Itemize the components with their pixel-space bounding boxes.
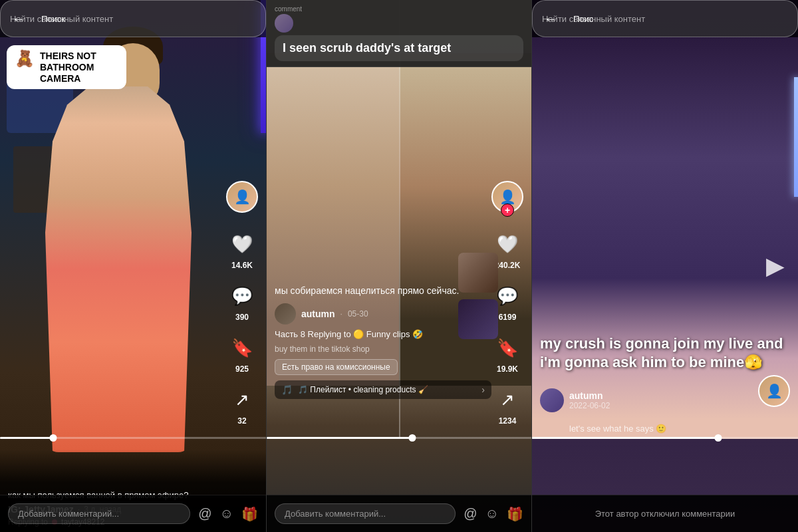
heart-icon-2[interactable]: 🤍 — [493, 230, 521, 258]
mention-btn-1[interactable]: @ — [198, 506, 211, 521]
p2-time: 05-30 — [348, 309, 368, 319]
heart-icon-1[interactable]: 🤍 — [228, 230, 256, 258]
comment-avatar — [275, 14, 293, 33]
led-strip-3 — [794, 77, 798, 197]
comment-label: comment — [275, 5, 523, 13]
comment-bar-2: @ ☺ 🎁 — [267, 495, 531, 532]
p2-avatar — [275, 303, 296, 325]
share-count-2: 1234 — [499, 416, 517, 426]
p2-playlist[interactable]: 🎵 🎵 Плейлист • cleaning products 🧹 › — [275, 380, 491, 399]
progress-dot-1 — [50, 434, 57, 442]
comment-bar-1: @ ☺ 🎁 — [0, 495, 266, 532]
gift-btn-1[interactable]: 🎁 — [241, 506, 258, 522]
reply-icon: 🧸 — [15, 51, 35, 66]
person-1-body — [45, 86, 192, 452]
playlist-arrow: › — [481, 384, 485, 395]
panel-3: ▶ ← Поис 👤 my crush is gonna join my liv… — [532, 0, 798, 532]
play-icon[interactable]: ▶ — [766, 252, 785, 280]
p3-user-info: autumn 2022-06-02 — [569, 390, 610, 410]
like-action-1[interactable]: 🤍 14.6K — [228, 230, 256, 270]
progress-bar-3[interactable] — [532, 437, 798, 439]
panel-2: comment I seen scrub daddy's at target 👤… — [266, 0, 532, 532]
search-bar-1: ← Поиск — [0, 0, 266, 37]
side-actions-3: 👤 — [758, 375, 790, 412]
p3-date: 2022-06-02 — [569, 401, 610, 410]
avatar-3[interactable]: 👤 — [758, 375, 790, 407]
p2-commission-tag[interactable]: Есть право на комиссионные — [275, 359, 398, 375]
share-action-2[interactable]: ↗ 1234 — [493, 386, 521, 426]
mention-btn-2[interactable]: @ — [464, 506, 477, 521]
progress-fill-3 — [532, 437, 718, 439]
like-count-2: 240.2K — [495, 261, 521, 270]
avatar-container-2[interactable]: 👤 + — [491, 181, 523, 213]
bookmark-count-2: 19.9K — [497, 364, 518, 374]
p2-subtitle: мы собираемся нацелиться прямо сейчас. — [275, 285, 491, 298]
progress-dot-2 — [408, 434, 416, 442]
p3-caption: let's see what he says 🙂 — [569, 424, 666, 434]
playlist-icon: 🎵 — [281, 384, 293, 395]
progress-fill-2 — [267, 437, 412, 439]
p3-avatar — [540, 388, 564, 412]
p3-subtitle: my crush is gonna join my live and i'm g… — [540, 334, 790, 372]
gift-btn-2[interactable]: 🎁 — [507, 506, 523, 522]
comment-count-1: 390 — [235, 313, 249, 322]
comment-input-2[interactable] — [275, 503, 456, 524]
comment-count-2: 6199 — [499, 313, 517, 322]
emoji-btn-2[interactable]: ☺ — [485, 506, 499, 521]
bookmark-icon-2[interactable]: 🔖 — [493, 334, 521, 362]
progress-dot-3 — [715, 434, 722, 442]
p2-part-sub: buy them in the tiktok shop — [275, 344, 491, 354]
comment-user-row — [275, 14, 523, 33]
share-count-1: 32 — [237, 416, 246, 426]
progress-bar-1[interactable] — [0, 437, 266, 439]
playlist-text: 🎵 Плейлист • cleaning products 🧹 — [298, 385, 476, 394]
bookmark-count-1: 925 — [235, 364, 249, 374]
avatar-1[interactable]: 👤 — [226, 181, 258, 213]
panel-1: ← Поиск 🧸 THEIRS NOT BATHROOM CAMERA 👤 🤍… — [0, 0, 266, 532]
p2-username: autumn — [301, 309, 335, 319]
p3-username: autumn — [569, 390, 610, 401]
bookmark-icon-1[interactable]: 🔖 — [228, 334, 256, 362]
reply-bubble: 🧸 THEIRS NOT BATHROOM CAMERA — [7, 45, 126, 89]
search-input-3[interactable] — [532, 0, 798, 37]
search-bar-3: ← Поис — [532, 0, 798, 37]
p2-part-text: Часть 8 Replying to 🟡 Funny clips 🤣 — [275, 329, 491, 340]
share-icon-2[interactable]: ↗ — [493, 386, 521, 414]
bookmark-action-1[interactable]: 🔖 925 — [228, 334, 256, 374]
reply-bubble-text: THEIRS NOT BATHROOM CAMERA — [40, 51, 118, 84]
progress-fill-1 — [0, 437, 53, 439]
search-input-1[interactable] — [0, 0, 266, 37]
avatar-container-3[interactable]: 👤 — [758, 375, 790, 407]
bookmark-action-2[interactable]: 🔖 19.9K — [493, 334, 521, 374]
side-actions-1: 👤 🤍 14.6K 💬 390 🔖 925 ↗ 32 — [226, 181, 258, 426]
follow-plus-2[interactable]: + — [501, 203, 514, 217]
emoji-btn-1[interactable]: ☺ — [220, 506, 233, 521]
comment-action-1[interactable]: 💬 390 — [228, 282, 256, 322]
disabled-comments-text: Этот автор отключил комментарии — [595, 509, 735, 519]
disabled-comments-bar: Этот автор отключил комментарии — [532, 495, 798, 532]
p2-bottom-content: мы собираемся нацелиться прямо сейчас. a… — [275, 285, 491, 399]
share-action-1[interactable]: ↗ 32 — [228, 386, 256, 426]
comment-input-1[interactable] — [8, 503, 190, 524]
share-icon-1[interactable]: ↗ — [228, 386, 256, 414]
p2-user-row: autumn · 05-30 — [275, 303, 491, 325]
progress-bar-2[interactable] — [267, 437, 531, 439]
comment-text: I seen scrub daddy's at target — [283, 41, 515, 56]
avatar-container-1[interactable]: 👤 — [226, 181, 258, 213]
p3-user-row: autumn 2022-06-02 — [540, 388, 610, 412]
comment-bubble: comment I seen scrub daddy's at target — [267, 0, 531, 67]
like-count-1: 14.6K — [231, 261, 253, 270]
comment-icon-1[interactable]: 💬 — [228, 282, 256, 310]
comment-content: I seen scrub daddy's at target — [275, 35, 523, 61]
